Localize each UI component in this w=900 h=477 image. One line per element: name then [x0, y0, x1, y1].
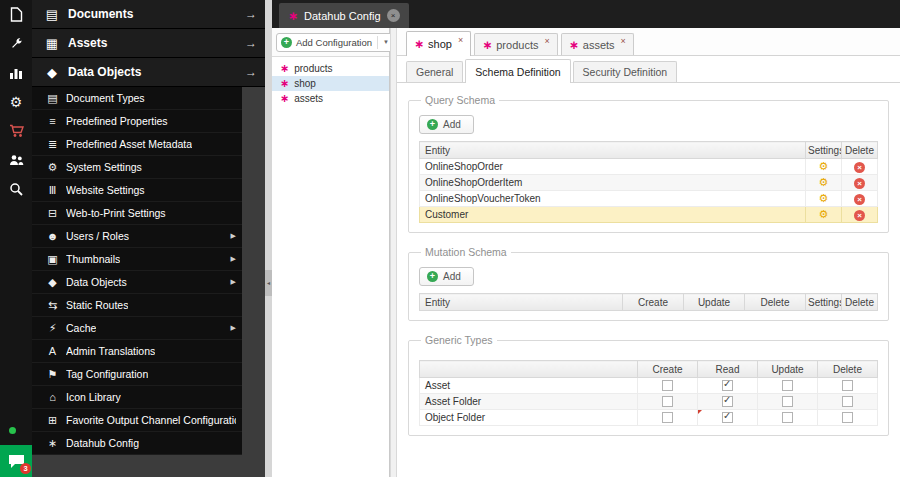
column-header-settings[interactable]: Settings — [806, 294, 842, 311]
close-icon[interactable]: × — [387, 9, 400, 22]
sidebar-item-document-types[interactable]: ▤Document Types — [32, 87, 242, 110]
settings-gear-icon[interactable]: ⚙ — [819, 160, 829, 172]
subtab-security-definition[interactable]: Security Definition — [573, 61, 678, 82]
chevron-right-icon: ▶ — [231, 278, 236, 286]
menu-splitter[interactable]: ◂ — [265, 0, 272, 477]
delete-checkbox[interactable] — [842, 380, 853, 391]
create-checkbox[interactable] — [662, 412, 673, 423]
read-checkbox[interactable]: ✓ — [722, 412, 733, 423]
settings-gear-icon[interactable]: ⚙ — [819, 208, 829, 220]
datahub-config-icon: ∗ — [280, 77, 289, 90]
column-header-update[interactable]: Update — [684, 294, 745, 311]
table-row[interactable]: OnlineShopOrderItem ⚙ × — [420, 175, 878, 191]
sidebar-item-data-objects[interactable]: ◆Data Objects▶ — [32, 271, 242, 294]
search-icon[interactable] — [0, 174, 32, 203]
analytics-icon[interactable] — [0, 58, 32, 87]
sidebar-item-icon-library[interactable]: ⌂Icon Library — [32, 386, 242, 409]
read-checkbox[interactable]: ✓ — [722, 380, 733, 391]
sidebar-item-favorite-output-channels[interactable]: ⊞Favorite Output Channel Configurations — [32, 409, 242, 432]
entity-cell[interactable]: OnlineShopOrder — [420, 159, 806, 175]
column-header-create[interactable]: Create — [623, 294, 684, 311]
sidebar-item-predefined-asset-metadata[interactable]: ≣Predefined Asset Metadata — [32, 133, 242, 156]
sidebar-item-tag-configuration[interactable]: ⚑Tag Configuration — [32, 363, 242, 386]
sidebar-item-web-to-print-settings[interactable]: ⊟Web-to-Print Settings — [32, 202, 242, 225]
close-icon[interactable]: × — [621, 36, 626, 46]
query-schema-fieldset: Query Schema + Add Entity Settings Delet… — [408, 94, 889, 233]
column-header-delete[interactable]: Delete — [745, 294, 806, 311]
dirty-cell-marker — [698, 410, 702, 414]
documents-icon[interactable] — [0, 0, 32, 29]
ecommerce-cart-icon[interactable] — [0, 116, 32, 145]
tab-assets[interactable]: ∗ assets × — [561, 33, 634, 55]
settings-gear-icon[interactable]: ⚙ — [819, 192, 829, 204]
subtab-schema-definition[interactable]: Schema Definition — [465, 59, 570, 83]
tab-products[interactable]: ∗ products × — [474, 33, 558, 55]
entity-cell[interactable]: OnlineShopVoucherToken — [420, 191, 806, 207]
menu-section-label: Documents — [68, 7, 133, 21]
column-header-delete[interactable]: Delete — [842, 142, 878, 159]
tools-icon[interactable] — [0, 29, 32, 58]
table-row[interactable]: Object Folder ✓ — [420, 410, 878, 426]
update-checkbox[interactable] — [782, 380, 793, 391]
menu-section-data-objects[interactable]: ◆ Data Objects → — [32, 58, 265, 87]
sidebar-item-datahub-config[interactable]: ∗Datahub Config — [32, 432, 242, 455]
column-header-entity[interactable]: Entity — [420, 294, 623, 311]
create-checkbox[interactable] — [662, 380, 673, 391]
query-schema-table: Entity Settings Delete OnlineShopOrder ⚙… — [419, 141, 878, 223]
sidebar-item-website-settings[interactable]: ⅢWebsite Settings — [32, 179, 242, 202]
delete-checkbox[interactable] — [842, 412, 853, 423]
delete-icon[interactable]: × — [854, 210, 865, 221]
table-row[interactable]: Asset ✓ — [420, 378, 878, 394]
column-header-create[interactable]: Create — [638, 361, 698, 378]
table-row[interactable]: OnlineShopVoucherToken ⚙ × — [420, 191, 878, 207]
top-tab-label: Datahub Config — [304, 10, 380, 22]
close-icon[interactable]: × — [458, 35, 463, 45]
column-header-update[interactable]: Update — [758, 361, 818, 378]
entity-cell[interactable]: OnlineShopOrderItem — [420, 175, 806, 191]
settings-gear-icon[interactable]: ⚙ — [819, 176, 829, 188]
column-header-settings[interactable]: Settings — [806, 142, 842, 159]
sidebar-item-thumbnails[interactable]: ▣Thumbnails▶ — [32, 248, 242, 271]
subtab-general[interactable]: General — [406, 61, 463, 82]
tab-shop[interactable]: ∗ shop × — [406, 31, 471, 56]
delete-icon[interactable]: × — [854, 178, 865, 189]
close-icon[interactable]: × — [544, 36, 549, 46]
panel-splitter[interactable] — [390, 28, 397, 477]
menu-section-assets[interactable]: ▦ Assets → — [32, 29, 265, 58]
create-checkbox[interactable] — [662, 396, 673, 407]
chat-button[interactable]: 3 — [0, 445, 32, 477]
configuration-item-assets[interactable]: ∗assets — [272, 91, 389, 106]
sidebar-item-system-settings[interactable]: ⚙System Settings — [32, 156, 242, 179]
sidebar-item-admin-translations[interactable]: AAdmin Translations — [32, 340, 242, 363]
table-row[interactable]: Asset Folder ✓ — [420, 394, 878, 410]
settings-icon[interactable]: ⚙ — [0, 87, 32, 116]
column-header-delete[interactable]: Delete — [842, 294, 878, 311]
read-checkbox[interactable]: ✓ — [722, 396, 733, 407]
delete-checkbox[interactable] — [842, 396, 853, 407]
add-configuration-button[interactable]: + Add Configuration ▼ — [276, 33, 394, 52]
configuration-item-shop[interactable]: ∗shop — [272, 76, 389, 91]
sidebar-item-predefined-properties[interactable]: ≡Predefined Properties — [32, 110, 242, 133]
update-checkbox[interactable] — [782, 396, 793, 407]
sidebar-item-static-routes[interactable]: ⇆Static Routes — [32, 294, 242, 317]
chevron-down-icon: ▼ — [383, 39, 389, 45]
update-checkbox[interactable] — [782, 412, 793, 423]
collapse-handle[interactable]: ◂ — [265, 270, 272, 296]
top-tab-datahub-config[interactable]: ∗ Datahub Config × — [279, 3, 409, 28]
delete-icon[interactable]: × — [854, 162, 865, 173]
users-icon[interactable] — [0, 145, 32, 174]
entity-cell[interactable]: Customer — [420, 207, 806, 223]
table-row-selected[interactable]: Customer ⚙ × — [420, 207, 878, 223]
generic-types-legend: Generic Types — [421, 334, 497, 346]
query-add-button[interactable]: + Add — [419, 115, 474, 134]
column-header-read[interactable]: Read — [698, 361, 758, 378]
sidebar-item-users-roles[interactable]: ☻Users / Roles▶ — [32, 225, 242, 248]
column-header-delete[interactable]: Delete — [818, 361, 878, 378]
configuration-item-products[interactable]: ∗products — [272, 61, 389, 76]
delete-icon[interactable]: × — [854, 194, 865, 205]
table-row[interactable]: OnlineShopOrder ⚙ × — [420, 159, 878, 175]
column-header-entity[interactable]: Entity — [420, 142, 806, 159]
sidebar-item-cache[interactable]: ⚡Cache▶ — [32, 317, 242, 340]
mutation-add-button[interactable]: + Add — [419, 267, 474, 286]
menu-section-documents[interactable]: ▤ Documents → — [32, 0, 265, 29]
